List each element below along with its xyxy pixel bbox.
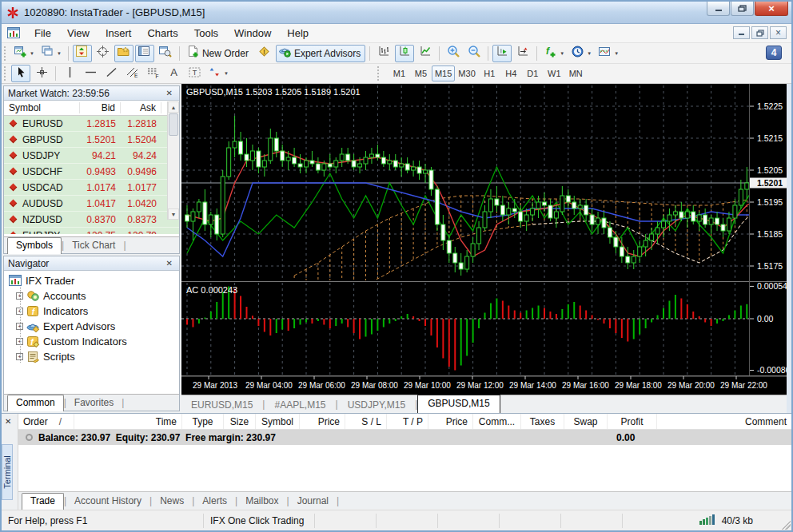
candle-chart-mode-button[interactable] [395,45,414,62]
market-watch-tab-symbols[interactable]: Symbols [7,237,62,254]
chevron-down-icon[interactable]: ▼ [57,51,62,56]
terminal-column-type[interactable]: Type [192,416,213,427]
chevron-down-icon[interactable]: ▼ [614,51,619,56]
navigator-root[interactable]: IFX Trader [4,273,179,288]
vertical-line-tool-button[interactable] [60,65,79,82]
terminal-column-time[interactable]: Time [156,416,177,427]
chevron-down-icon[interactable]: ▼ [587,51,592,56]
templates-menu-button[interactable]: ▼ [596,45,621,62]
terminal-column-price[interactable]: Price [318,416,340,427]
navigator-toggle-button[interactable] [114,45,133,62]
arrows-tool-button[interactable]: ▼ [205,65,231,82]
menu-tools[interactable]: Tools [186,25,226,42]
navigator-item-indicators[interactable]: +fIndicators [4,304,179,319]
data-window-button[interactable] [94,45,113,62]
column-header-bid[interactable]: Bid [80,102,121,113]
auto-scroll-button[interactable] [492,45,512,62]
timeframe-mn[interactable]: MN [565,66,587,81]
market-watch-tab-tick-chart[interactable]: Tick Chart [64,238,123,253]
menu-insert[interactable]: Insert [98,25,140,42]
metaeditor-button[interactable]: ! [255,45,274,62]
column-header-ask[interactable]: Ask [121,102,161,113]
terminal-column-profit[interactable]: Profit [620,416,643,427]
menu-charts[interactable]: Charts [139,25,185,42]
terminal-column-size[interactable]: Size [230,416,249,427]
terminal-tab-trade[interactable]: Trade [22,493,64,510]
fibonacci-tool-button[interactable]: F [143,65,162,82]
new-order-button[interactable]: New Order [184,45,253,62]
terminal-side-label[interactable]: Terminal [2,444,13,500]
terminal-column-price[interactable]: Price [446,416,468,427]
toolbar-grip[interactable] [4,66,8,81]
terminal-tab-journal[interactable]: Journal [289,494,337,509]
terminal-column-comment[interactable]: Comment [745,416,787,427]
terminal-column-taxes[interactable]: Taxes [530,416,555,427]
scrollbar-thumb[interactable] [169,113,178,136]
terminal-close-icon[interactable]: ✕ [5,417,11,426]
scroll-up-icon[interactable]: ▲ [168,101,179,113]
terminal-tab-news[interactable]: News [152,494,192,509]
chart-tab-gbpusd-m15[interactable]: GBPUSD,M15 [417,395,500,413]
timeframe-m1[interactable]: M1 [389,66,410,81]
quote-row-eurjpy[interactable]: EURJPY120.75120.79 [4,228,179,234]
price-chart[interactable]: 1.52251.52151.52051.51951.51851.51751.52… [181,84,787,395]
text-label-tool-button[interactable]: T [185,65,204,82]
terminal-column-s-l[interactable]: S / L [361,416,381,427]
scroll-down-icon[interactable]: ▼ [168,208,179,220]
navigator-tab-common[interactable]: Common [7,395,64,411]
one-click-trading[interactable]: IFX One Click Trading [210,515,304,526]
new-chart-button[interactable]: ▼ [11,45,37,62]
terminal-column-comm-[interactable]: Comm... [479,416,515,427]
chart-tab-eurusd-m15[interactable]: EURUSD,M15 [181,397,262,413]
chart-shift-button[interactable] [513,45,532,62]
quote-row-usdjpy[interactable]: USDJPY94.2194.24 [4,148,179,164]
navigator-item-expert-advisors[interactable]: +Expert Advisors [4,319,179,334]
terminal-tab-account-history[interactable]: Account History [66,494,149,509]
quote-row-usdcad[interactable]: USDCAD1.01741.0177 [4,180,179,196]
chart-tab-usdjpy-m15[interactable]: USDJPY,M15 [338,397,415,413]
navigator-item-scripts[interactable]: +Scripts [4,349,179,364]
child-close-button[interactable]: × [770,26,787,39]
notifications-badge[interactable]: 4 [766,46,782,60]
child-restore-button[interactable] [751,26,768,39]
horizontal-line-tool-button[interactable] [81,65,100,82]
channel-tool-button[interactable]: E [122,65,141,82]
terminal-column-symbol[interactable]: Symbol [261,416,293,427]
maximize-button[interactable] [731,2,754,16]
navigator-item-accounts[interactable]: +Accounts [4,288,179,304]
close-button[interactable]: × [755,2,788,16]
text-tool-button[interactable]: A [164,65,183,82]
navigator-close-icon[interactable]: ✕ [164,259,175,268]
quote-row-usdchf[interactable]: USDCHF0.94930.9496 [4,164,179,180]
quote-row-gbpusd[interactable]: GBPUSD1.52011.5204 [4,132,179,148]
terminal-column-order[interactable]: Order [23,416,48,427]
menu-window[interactable]: Window [226,25,279,42]
strategy-tester-button[interactable] [156,45,175,62]
timeframe-h4[interactable]: H4 [500,66,522,81]
child-minimize-button[interactable] [733,26,750,39]
chevron-down-icon[interactable]: ▼ [30,51,34,56]
menu-file[interactable]: File [26,25,59,42]
quote-row-audusd[interactable]: AUDUSD1.04171.0420 [4,196,179,212]
indicators-menu-button[interactable]: f▼ [541,45,567,62]
profiles-button[interactable]: ▼ [38,45,64,62]
terminal-toggle-button[interactable] [135,45,154,62]
menu-help[interactable]: Help [279,25,317,42]
resize-grip[interactable] [781,520,791,530]
navigator-item-custom-indicators[interactable]: +fCustom Indicators [4,334,179,349]
line-chart-mode-button[interactable] [416,45,435,62]
timeframe-w1[interactable]: W1 [544,66,565,81]
periods-menu-button[interactable]: ▼ [568,45,594,62]
minimize-button[interactable] [707,2,730,16]
market-watch-close-icon[interactable]: ✕ [164,89,175,97]
column-header-symbol[interactable]: Symbol [4,102,80,113]
timeframe-m5[interactable]: M5 [410,66,432,81]
expert-advisors-button[interactable]: Expert Advisors [276,45,365,62]
market-watch-toggle-button[interactable] [73,45,92,62]
crosshair-tool-button[interactable] [32,65,51,82]
chart-tab--aapl-m15[interactable]: #AAPL,M15 [265,397,335,413]
terminal-column-swap[interactable]: Swap [573,416,597,427]
terminal-column-t-p[interactable]: T / P [403,416,423,427]
quote-row-nzdusd[interactable]: NZDUSD0.83700.8373 [4,212,179,228]
menu-view[interactable]: View [59,25,98,42]
